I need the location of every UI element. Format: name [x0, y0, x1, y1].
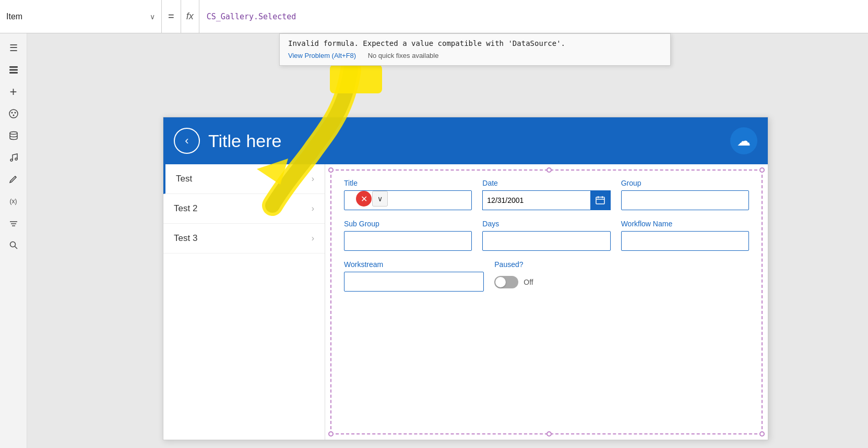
group-label: Group — [621, 179, 749, 187]
view-problem-link[interactable]: View Problem (Alt+F8) — [288, 52, 356, 59]
nav-item-test3[interactable]: Test 3 › — [163, 224, 325, 253]
paused-label: Paused? — [494, 260, 749, 269]
workflow-name-field: Workflow Name — [621, 220, 749, 251]
svg-point-6 — [13, 115, 14, 116]
svg-rect-1 — [9, 69, 18, 71]
sidebar: ☰ + (x) — [0, 33, 27, 448]
app-nav: Test › Test 2 › Test 3 › — [163, 164, 325, 440]
back-button[interactable]: ‹ — [174, 128, 200, 154]
chevron-right-icon: › — [312, 204, 314, 213]
chevron-right-icon: › — [312, 174, 314, 184]
days-label: Days — [482, 220, 610, 228]
paused-field: Paused? Off — [494, 260, 749, 292]
toggle-state-label: Off — [524, 278, 533, 286]
workstream-input[interactable] — [344, 272, 484, 292]
paused-toggle[interactable] — [494, 276, 518, 288]
palette-icon[interactable] — [4, 104, 23, 123]
svg-line-14 — [15, 247, 17, 249]
toggle-knob — [495, 277, 506, 287]
no-fix-text: No quick fixes available — [368, 52, 439, 59]
variable-icon[interactable]: (x) — [4, 192, 23, 211]
workstream-field: Workstream — [344, 260, 484, 292]
days-input[interactable] — [482, 231, 610, 251]
svg-point-8 — [10, 159, 13, 161]
svg-point-3 — [9, 110, 18, 118]
equals-sign: = — [162, 0, 181, 33]
chevron-right-icon: › — [312, 234, 314, 243]
date-input-container — [482, 190, 610, 210]
svg-point-5 — [14, 112, 16, 114]
form-row-3: Workstream Paused? Off — [344, 260, 749, 292]
layers-icon[interactable] — [4, 60, 23, 79]
days-field: Days — [482, 220, 610, 251]
workflow-name-input[interactable] — [621, 231, 749, 251]
form-area: Title Date — [330, 169, 763, 434]
resize-handle-bl[interactable] — [328, 431, 334, 437]
database-icon[interactable] — [4, 126, 23, 145]
formula-input[interactable]: CS_Gallery.Selected — [199, 12, 868, 21]
resize-handle-tm[interactable] — [546, 167, 552, 173]
error-message: Invalid formula. Expected a value compat… — [288, 39, 662, 47]
svg-point-7 — [10, 132, 17, 135]
subgroup-label: Sub Group — [344, 220, 472, 228]
calendar-button[interactable] — [590, 190, 610, 210]
subgroup-field: Sub Group — [344, 220, 472, 251]
app-title: Title here — [208, 131, 722, 151]
nav-item-label: Test 2 — [174, 203, 312, 214]
canvas: ‹ Title here ☁ Test › Test 2 › Test 3 › — [27, 33, 868, 448]
resize-handle-tr[interactable] — [759, 167, 765, 173]
resize-handle-tl[interactable] — [328, 167, 334, 173]
group-field: Group — [621, 179, 749, 210]
svg-rect-0 — [9, 66, 18, 68]
svg-point-9 — [15, 158, 17, 160]
svg-point-13 — [10, 242, 15, 247]
app-body: Test › Test 2 › Test 3 › — [163, 164, 768, 440]
app-screen: ‹ Title here ☁ Test › Test 2 › Test 3 › — [163, 117, 768, 440]
cloud-icon: ☁ — [730, 127, 757, 154]
form-row-1: Title Date — [344, 179, 749, 210]
plus-icon[interactable]: + — [4, 82, 23, 101]
date-label: Date — [482, 179, 610, 187]
formula-error-popup: Invalid formula. Expected a value compat… — [279, 33, 671, 66]
date-input[interactable] — [483, 196, 590, 204]
chevron-down-icon: ∨ — [377, 195, 383, 203]
hamburger-icon[interactable]: ☰ — [4, 39, 23, 57]
svg-rect-16 — [330, 65, 382, 93]
formula-text: CS_Gallery.Selected — [207, 12, 296, 21]
close-button[interactable]: ✕ — [356, 191, 372, 207]
formula-bar: Item ∨ = fx CS_Gallery.Selected — [0, 0, 868, 33]
svg-rect-17 — [596, 197, 604, 204]
chevron-down-icon: ∨ — [150, 13, 155, 21]
date-field: Date — [482, 179, 610, 210]
chevron-left-icon: ‹ — [185, 134, 188, 148]
music-icon[interactable] — [4, 148, 23, 167]
group-input[interactable] — [621, 190, 749, 210]
search-icon[interactable] — [4, 236, 23, 255]
edit-icon[interactable] — [4, 170, 23, 189]
svg-rect-2 — [9, 72, 18, 74]
close-icon: ✕ — [361, 194, 367, 204]
dropdown-button[interactable]: ∨ — [372, 191, 388, 207]
title-label: Title — [344, 179, 472, 187]
paused-toggle-container: Off — [494, 276, 749, 288]
form-row-2: Sub Group Days Workflow Name — [344, 220, 749, 251]
app-header: ‹ Title here ☁ — [163, 117, 768, 164]
subgroup-input[interactable] — [344, 231, 472, 251]
nav-item-label: Test — [176, 174, 312, 184]
nav-item-test2[interactable]: Test 2 › — [163, 194, 325, 224]
fx-label: fx — [181, 0, 199, 33]
workflow-name-label: Workflow Name — [621, 220, 749, 228]
nav-item-label: Test 3 — [174, 233, 312, 244]
property-dropdown-label: Item — [6, 12, 146, 21]
filter-icon[interactable] — [4, 214, 23, 233]
property-dropdown[interactable]: Item ∨ — [0, 0, 162, 33]
nav-item-test[interactable]: Test › — [163, 164, 325, 194]
resize-handle-bm[interactable] — [546, 431, 552, 437]
workstream-label: Workstream — [344, 260, 484, 269]
svg-point-4 — [11, 112, 13, 114]
resize-handle-br[interactable] — [759, 431, 765, 437]
